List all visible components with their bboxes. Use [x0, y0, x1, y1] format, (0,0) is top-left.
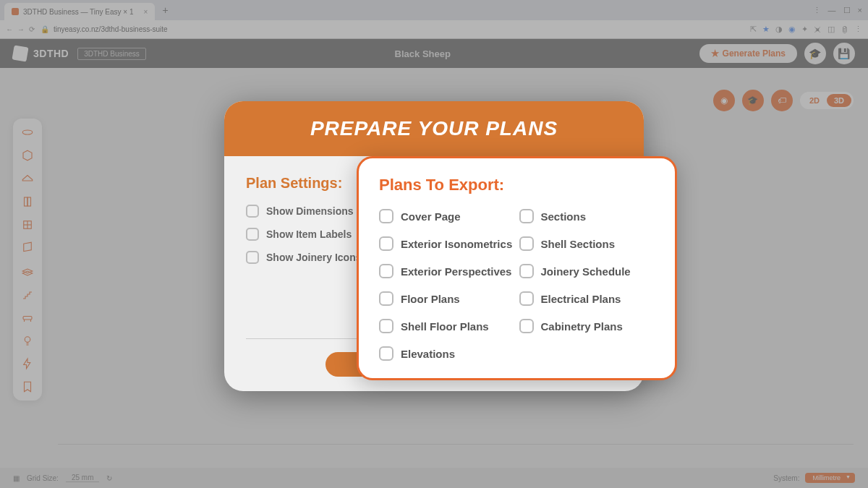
- checkbox-icon[interactable]: [519, 209, 534, 223]
- export-label: Exterior Isonometrics: [401, 238, 512, 250]
- checkbox-icon[interactable]: [519, 291, 534, 306]
- checkbox-icon[interactable]: [379, 319, 393, 333]
- export-label: Elevations: [401, 348, 455, 360]
- checkbox-icon[interactable]: [246, 228, 259, 241]
- export-electrical-plans[interactable]: Electrical Plans: [519, 291, 655, 306]
- export-sections[interactable]: Sections: [519, 209, 655, 223]
- export-title: Plans To Export:: [379, 176, 655, 194]
- export-label: Joinery Schedule: [541, 265, 631, 278]
- checkbox-icon[interactable]: [379, 209, 393, 223]
- checkbox-icon[interactable]: [519, 264, 534, 278]
- plans-to-export-panel: Plans To Export: Cover Page Sections Ext…: [357, 156, 677, 380]
- export-label: Shell Floor Plans: [401, 320, 489, 333]
- setting-label: Show Joinery Icons: [266, 252, 361, 263]
- modal-title: PREPARE YOUR PLANS: [224, 101, 644, 156]
- export-exterior-isonometrics[interactable]: Exterior Isonometrics: [379, 236, 515, 251]
- checkbox-icon[interactable]: [379, 264, 393, 278]
- export-label: Electrical Plans: [541, 293, 621, 305]
- checkbox-icon[interactable]: [519, 319, 534, 333]
- export-cover-page[interactable]: Cover Page: [379, 209, 515, 223]
- checkbox-icon[interactable]: [379, 236, 393, 251]
- setting-label: Show Item Labels: [266, 228, 352, 240]
- export-floor-plans[interactable]: Floor Plans: [379, 291, 515, 306]
- checkbox-icon[interactable]: [379, 346, 393, 361]
- export-cabinetry-plans[interactable]: Cabinetry Plans: [519, 319, 655, 333]
- export-joinery-schedule[interactable]: Joinery Schedule: [519, 264, 655, 278]
- export-label: Cover Page: [401, 210, 461, 223]
- export-elevations[interactable]: Elevations: [379, 346, 515, 361]
- export-shell-floor-plans[interactable]: Shell Floor Plans: [379, 319, 515, 333]
- checkbox-icon[interactable]: [519, 236, 534, 251]
- checkbox-icon[interactable]: [246, 205, 259, 218]
- export-label: Sections: [541, 210, 587, 223]
- checkbox-icon[interactable]: [379, 291, 393, 306]
- export-label: Exterior Perspectives: [401, 265, 511, 278]
- export-exterior-perspectives[interactable]: Exterior Perspectives: [379, 264, 515, 278]
- export-label: Floor Plans: [401, 293, 460, 305]
- checkbox-icon[interactable]: [246, 251, 259, 264]
- export-label: Cabinetry Plans: [541, 320, 623, 333]
- export-shell-sections[interactable]: Shell Sections: [519, 236, 655, 251]
- setting-label: Show Dimensions: [266, 205, 354, 217]
- export-label: Shell Sections: [541, 238, 616, 250]
